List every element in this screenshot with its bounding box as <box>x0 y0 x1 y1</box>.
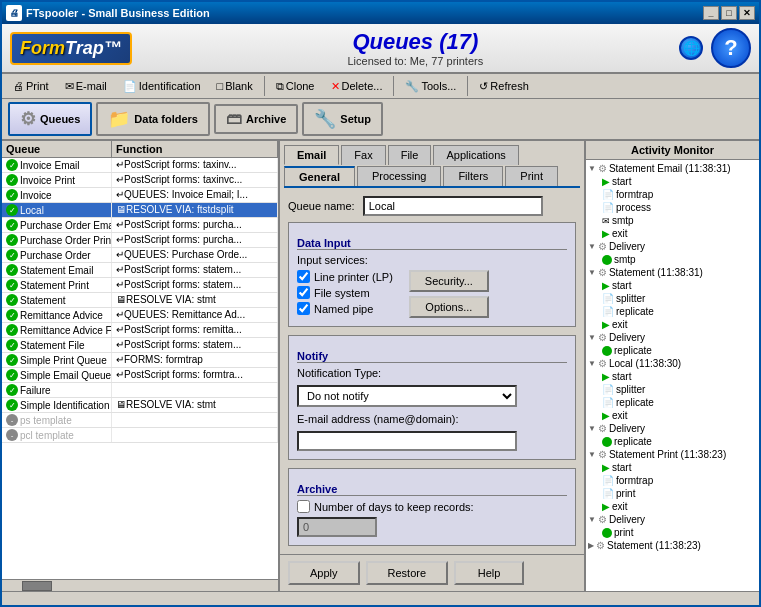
table-row[interactable]: ✓Failure <box>2 383 278 398</box>
list-item[interactable]: ▶ ⚙ Statement (11:38:23) <box>588 539 757 552</box>
sub-tab-print[interactable]: Print <box>505 166 558 186</box>
list-item[interactable]: ▼ ⚙ Delivery <box>588 422 757 435</box>
table-row[interactable]: ✓Invoice Email ↵PostScript forms: taxinv… <box>2 158 278 173</box>
scrollbar-thumb[interactable] <box>22 581 52 591</box>
list-item[interactable]: print <box>588 526 757 539</box>
table-row[interactable]: ✓Simple Email Queue ↵PostScript forms: f… <box>2 368 278 383</box>
file-system-checkbox[interactable] <box>297 286 310 299</box>
nav-archive[interactable]: 🗃 Archive <box>214 104 298 134</box>
blank-button[interactable]: □ Blank <box>210 77 260 95</box>
table-row[interactable]: ✓Statement Email ↵PostScript forms: stat… <box>2 263 278 278</box>
tree-label: replicate <box>616 306 654 317</box>
list-item[interactable]: ▶ start <box>588 370 757 383</box>
list-item[interactable]: 📄 formtrap <box>588 188 757 201</box>
email-button[interactable]: ✉ E-mail <box>58 77 114 96</box>
list-item[interactable]: replicate <box>588 435 757 448</box>
queue-name-label: Queue name: <box>288 200 355 212</box>
tab-fax[interactable]: Fax <box>341 145 385 165</box>
list-item[interactable]: ▼ ⚙ Statement Print (11:38:23) <box>588 448 757 461</box>
list-item[interactable]: 📄 formtrap <box>588 474 757 487</box>
list-item[interactable]: replicate <box>588 344 757 357</box>
window-controls: _ □ ✕ <box>703 6 755 20</box>
list-item[interactable]: 📄 replicate <box>588 305 757 318</box>
status-icon: ✓ <box>6 324 18 336</box>
list-item[interactable]: 📄 splitter <box>588 383 757 396</box>
print-button[interactable]: 🖨 Print <box>6 77 56 95</box>
table-row[interactable]: ✓Simple Identification ... 🖥RESOLVE VIA:… <box>2 398 278 413</box>
queue-name-input[interactable] <box>363 196 543 216</box>
tools-button[interactable]: 🔧 Tools... <box>398 77 463 96</box>
table-row[interactable]: ✓Purchase Order ↵QUEUES: Purchase Orde..… <box>2 248 278 263</box>
sub-tab-filters[interactable]: Filters <box>443 166 503 186</box>
list-item[interactable]: ▶ exit <box>588 409 757 422</box>
table-row[interactable]: ✓Statement Print ↵PostScript forms: stat… <box>2 278 278 293</box>
list-item[interactable]: 📄 splitter <box>588 292 757 305</box>
notify-section: Notify Notification Type: Do not notify … <box>288 335 576 460</box>
table-row[interactable]: ✓Statement File ↵PostScript forms: state… <box>2 338 278 353</box>
tab-file[interactable]: File <box>388 145 432 165</box>
list-item[interactable]: ▼ ⚙ Delivery <box>588 240 757 253</box>
list-item[interactable]: ▼ ⚙ Statement (11:38:31) <box>588 266 757 279</box>
sub-tab-general[interactable]: General <box>284 166 355 186</box>
list-item[interactable]: ▶ exit <box>588 500 757 513</box>
table-row[interactable]: ✓Purchase Order Email ↵PostScript forms:… <box>2 218 278 233</box>
table-row[interactable]: ✓Simple Print Queue ↵FORMS: formtrap <box>2 353 278 368</box>
help-button[interactable]: ? <box>711 28 751 68</box>
restore-button[interactable]: Restore <box>366 561 449 585</box>
help-form-button[interactable]: Help <box>454 561 524 585</box>
apply-button[interactable]: Apply <box>288 561 360 585</box>
refresh-button[interactable]: ↺ Refresh <box>472 77 536 96</box>
tree-label: smtp <box>614 254 636 265</box>
table-row[interactable]: ✓Local 🖥RESOLVE VIA: ftstdsplit <box>2 203 278 218</box>
arrow-right-icon: ▶ <box>602 462 610 473</box>
minimize-button[interactable]: _ <box>703 6 719 20</box>
identification-button[interactable]: 📄 Identification <box>116 77 208 96</box>
nav-data-folders[interactable]: 📁 Data folders <box>96 102 210 136</box>
sub-tab-processing[interactable]: Processing <box>357 166 441 186</box>
horizontal-scrollbar[interactable] <box>2 579 278 591</box>
queue-func-cell: 🖥RESOLVE VIA: stmt <box>112 293 278 307</box>
options-button[interactable]: Options... <box>409 296 489 318</box>
list-item[interactable]: ▶ exit <box>588 318 757 331</box>
table-row[interactable]: ✓Invoice ↵QUEUES: Invoice Email; I... <box>2 188 278 203</box>
arrow-right-icon: ▶ <box>602 371 610 382</box>
input-services-label: Input services: <box>297 254 567 266</box>
list-item[interactable]: smtp <box>588 253 757 266</box>
notification-select[interactable]: Do not notify Email on error Email alway… <box>297 385 517 407</box>
list-item[interactable]: ▶ start <box>588 175 757 188</box>
list-item[interactable]: ▶ exit <box>588 227 757 240</box>
table-row[interactable]: -pcl template <box>2 428 278 443</box>
named-pipe-checkbox[interactable] <box>297 302 310 315</box>
close-button[interactable]: ✕ <box>739 6 755 20</box>
envelope-icon: ✉ <box>602 216 610 226</box>
list-item[interactable]: ▶ start <box>588 279 757 292</box>
archive-checkbox[interactable] <box>297 500 310 513</box>
table-row[interactable]: ✓Purchase Order Print ↵PostScript forms:… <box>2 233 278 248</box>
list-item[interactable]: 📄 process <box>588 201 757 214</box>
queue-func-cell: ↵QUEUES: Invoice Email; I... <box>112 188 278 202</box>
tab-applications[interactable]: Applications <box>433 145 518 165</box>
tab-email[interactable]: Email <box>284 145 339 165</box>
list-item[interactable]: ✉ smtp <box>588 214 757 227</box>
table-row[interactable]: -ps template <box>2 413 278 428</box>
list-item[interactable]: ▼ ⚙ Delivery <box>588 513 757 526</box>
checkboxes: Line printer (LP) File system Named pipe <box>297 270 393 318</box>
nav-setup[interactable]: 🔧 Setup <box>302 102 383 136</box>
list-item[interactable]: ▼ ⚙ Local (11:38:30) <box>588 357 757 370</box>
list-item[interactable]: 📄 print <box>588 487 757 500</box>
table-row[interactable]: ✓Remittance Advice ↵QUEUES: Remittance A… <box>2 308 278 323</box>
email-address-input[interactable] <box>297 431 517 451</box>
line-printer-checkbox[interactable] <box>297 270 310 283</box>
security-button[interactable]: Security... <box>409 270 489 292</box>
nav-queues[interactable]: ⚙ Queues <box>8 102 92 136</box>
list-item[interactable]: ▶ start <box>588 461 757 474</box>
list-item[interactable]: ▼ ⚙ Delivery <box>588 331 757 344</box>
table-row[interactable]: ✓Invoice Print ↵PostScript forms: taxinv… <box>2 173 278 188</box>
delete-button[interactable]: ✕ Delete... <box>324 77 390 96</box>
list-item[interactable]: ▼ ⚙ Statement Email (11:38:31) <box>588 162 757 175</box>
table-row[interactable]: ✓Statement 🖥RESOLVE VIA: stmt <box>2 293 278 308</box>
list-item[interactable]: 📄 replicate <box>588 396 757 409</box>
table-row[interactable]: ✓Remittance Advice File ↵PostScript form… <box>2 323 278 338</box>
maximize-button[interactable]: □ <box>721 6 737 20</box>
clone-button[interactable]: ⧉ Clone <box>269 77 322 96</box>
